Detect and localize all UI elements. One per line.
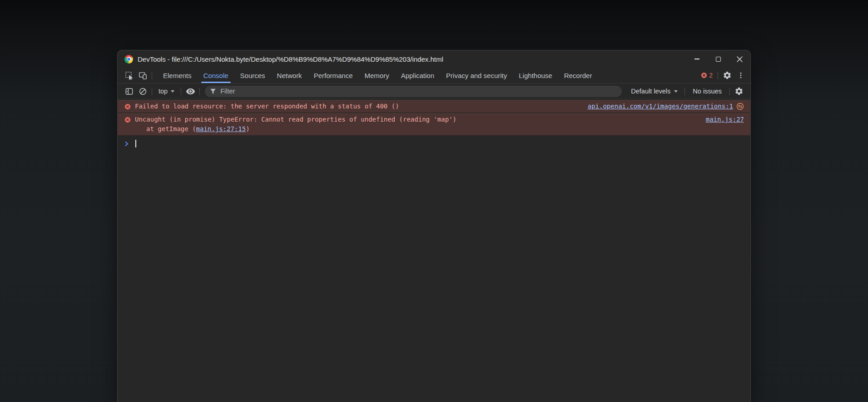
close-button[interactable] xyxy=(729,50,750,68)
window-controls xyxy=(686,50,750,68)
eye-icon xyxy=(186,87,195,96)
inspect-element-button[interactable] xyxy=(122,68,136,83)
minimize-button[interactable] xyxy=(686,50,708,68)
settings-button[interactable] xyxy=(720,71,734,80)
chrome-logo-icon xyxy=(124,55,133,64)
divider xyxy=(152,72,152,79)
console-settings-button[interactable] xyxy=(732,87,746,96)
caret-down-icon xyxy=(171,90,174,93)
divider xyxy=(729,88,730,95)
source-location-link[interactable]: main.js:27 xyxy=(706,115,744,124)
maximize-icon xyxy=(716,57,721,62)
create-live-expression-button[interactable] xyxy=(184,87,197,96)
stack-trace-line: at getImage (main.js:27:15) xyxy=(135,124,695,134)
error-circle-icon xyxy=(124,103,131,110)
inspect-icon xyxy=(125,71,134,80)
console-toolbar: top Default levels No issues xyxy=(118,83,750,99)
title-bar: DevTools - file:///C:/Users/Nokta.byte/D… xyxy=(118,50,750,68)
tab-sources[interactable]: Sources xyxy=(234,68,271,83)
devtools-tab-bar: Elements Console Sources Network Perform… xyxy=(118,68,750,83)
tab-lighthouse[interactable]: Lighthouse xyxy=(513,68,558,83)
stack-prefix: at getImage ( xyxy=(146,125,196,132)
clear-console-button[interactable] xyxy=(136,87,149,96)
tab-application[interactable]: Application xyxy=(395,68,440,83)
tab-recorder[interactable]: Recorder xyxy=(558,68,598,83)
error-circle-icon xyxy=(124,117,131,123)
filter-box[interactable] xyxy=(205,86,622,97)
log-levels-label: Default levels xyxy=(631,88,670,95)
devtools-window: DevTools - file:///C:/Users/Nokta.byte/D… xyxy=(118,50,750,402)
error-message-text: Uncaught (in promise) TypeError: Cannot … xyxy=(135,115,695,124)
divider xyxy=(152,88,152,95)
prompt-chevron-icon xyxy=(124,141,130,147)
error-message-body: Uncaught (in promise) TypeError: Cannot … xyxy=(135,115,706,134)
initiator-icon[interactable] xyxy=(736,103,744,110)
tab-performance[interactable]: Performance xyxy=(308,68,359,83)
source-location-link[interactable]: api.openai.com/v1/images/generations:1 xyxy=(588,102,733,111)
context-label: top xyxy=(159,88,168,95)
tab-network[interactable]: Network xyxy=(271,68,308,83)
log-levels-dropdown[interactable]: Default levels xyxy=(626,88,682,95)
tab-memory[interactable]: Memory xyxy=(359,68,395,83)
tab-bar-right: 2 xyxy=(698,68,750,83)
filter-input[interactable] xyxy=(220,88,617,95)
window-title: DevTools - file:///C:/Users/Nokta.byte/D… xyxy=(138,55,443,63)
tab-elements[interactable]: Elements xyxy=(157,68,198,83)
kebab-menu-icon xyxy=(737,71,745,79)
message-source: main.js:27 xyxy=(706,115,744,124)
clear-console-icon xyxy=(139,87,147,96)
javascript-context-dropdown[interactable]: top xyxy=(154,88,179,95)
tab-privacy-and-security[interactable]: Privacy and security xyxy=(440,68,513,83)
stack-suffix: ) xyxy=(246,125,249,132)
divider xyxy=(199,88,200,95)
minimize-icon xyxy=(694,59,699,59)
text-cursor xyxy=(135,140,136,147)
message-source: api.openai.com/v1/images/generations:1 xyxy=(588,102,744,111)
filter-funnel-icon xyxy=(209,88,217,95)
close-icon xyxy=(737,56,743,62)
stack-location-link[interactable]: main.js:27:15 xyxy=(196,125,246,132)
caret-down-icon xyxy=(674,90,678,93)
show-console-sidebar-button[interactable] xyxy=(122,87,136,96)
more-options-button[interactable] xyxy=(734,71,748,79)
error-count-badge[interactable]: 2 xyxy=(698,72,715,79)
error-circle-icon xyxy=(701,72,707,78)
toggle-device-toolbar-button[interactable] xyxy=(136,68,149,83)
device-toolbar-icon xyxy=(139,71,147,80)
panel-tabs: Elements Console Sources Network Perform… xyxy=(157,68,598,83)
sidebar-icon xyxy=(125,87,134,96)
error-message-text: Failed to load resource: the server resp… xyxy=(135,102,588,111)
console-error-message: Uncaught (in promise) TypeError: Cannot … xyxy=(118,113,750,136)
issues-counter[interactable]: No issues xyxy=(687,88,727,95)
divider xyxy=(718,72,718,79)
divider xyxy=(684,88,685,95)
gear-icon xyxy=(723,71,732,80)
console-error-message: Failed to load resource: the server resp… xyxy=(118,100,750,113)
gear-icon xyxy=(734,87,744,96)
maximize-button[interactable] xyxy=(708,50,729,68)
console-prompt[interactable] xyxy=(118,136,750,147)
divider xyxy=(181,88,181,95)
tab-console[interactable]: Console xyxy=(198,68,234,83)
console-messages-area: Failed to load resource: the server resp… xyxy=(118,99,750,402)
error-count: 2 xyxy=(709,72,713,79)
